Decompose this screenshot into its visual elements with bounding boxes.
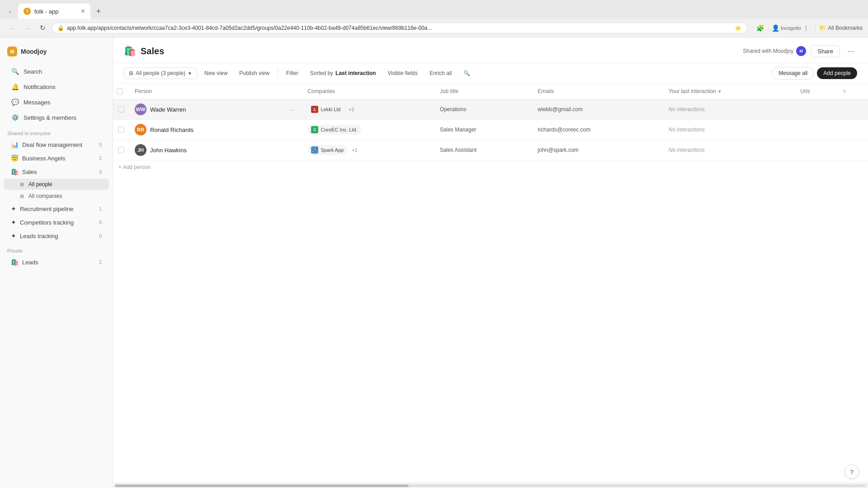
reload-button[interactable]: ↻ xyxy=(36,22,49,34)
sidebar-item-settings[interactable]: ⚙️ Settings & members xyxy=(4,110,109,125)
sales-count: 3 xyxy=(99,169,102,174)
email-cell: john@spark.com xyxy=(532,140,663,160)
add-column-header[interactable]: + xyxy=(837,84,868,99)
recruitment-count: 1 xyxy=(99,206,102,211)
sidebar-item-deal-flow[interactable]: 📊 Deal flow management 0 xyxy=(4,138,109,151)
scrollbar-track[interactable] xyxy=(115,484,866,487)
table-body: WW Wade Warren ··· L Lekki Ltd +1 Operat… xyxy=(113,99,868,174)
browser-menu-button[interactable]: ⋮ xyxy=(800,22,812,34)
page-title-area: 🛍️ Sales xyxy=(124,45,743,57)
help-button[interactable]: ? xyxy=(844,465,859,479)
sidebar-sub-all-companies[interactable]: ⊞ All companies xyxy=(4,191,109,202)
horizontal-scrollbar[interactable] xyxy=(113,483,868,488)
row-action-button[interactable]: ··· xyxy=(286,104,297,115)
extensions-button[interactable]: 🧩 xyxy=(754,22,766,34)
urls-cell xyxy=(795,120,837,140)
scrollbar-thumb[interactable] xyxy=(115,484,409,487)
publish-view-label: Publish view xyxy=(239,70,269,76)
select-all-header[interactable] xyxy=(113,84,129,99)
avatar: RR xyxy=(135,124,146,136)
tab-back-button[interactable]: ‹ xyxy=(4,5,16,18)
add-person-row[interactable]: + Add person xyxy=(113,160,868,174)
sales-icon: 🛍️ xyxy=(11,168,19,175)
sidebar-item-messages[interactable]: 💬 Messages xyxy=(4,95,109,109)
sidebar-item-recruitment[interactable]: ✦ Recruitment pipeline 1 xyxy=(4,202,109,215)
new-tab-button[interactable]: + xyxy=(92,5,105,18)
enrich-all-button[interactable]: Enrich all xyxy=(425,68,456,79)
settings-icon: ⚙️ xyxy=(11,113,19,122)
sidebar-search-label: Search xyxy=(24,68,42,75)
incognito-label: Incognito xyxy=(784,22,797,34)
company-extra: +1 xyxy=(349,107,354,112)
sidebar-notifications-label: Notifications xyxy=(24,84,56,90)
new-view-button[interactable]: New view xyxy=(200,68,232,79)
tab-close-button[interactable]: × xyxy=(81,7,85,15)
sidebar-settings-label: Settings & members xyxy=(24,114,76,121)
add-people-button[interactable]: Add people xyxy=(817,67,857,79)
app-logo: M xyxy=(7,47,17,56)
all-people-label: All people xyxy=(28,181,52,188)
page-header: 🛍️ Sales Shared with Moodjoy M Share ··· xyxy=(113,38,868,63)
sidebar-item-competitors[interactable]: ✦ Competitors tracking 0 xyxy=(4,216,109,229)
all-people-filter-button[interactable]: ⊞ All people (3 people) ▼ xyxy=(124,67,197,79)
visible-fields-button[interactable]: Visible fields xyxy=(383,68,422,79)
add-column-icon[interactable]: + xyxy=(842,87,846,95)
table-row[interactable]: JH John Hawkins ··· 🚀 Spark App +1 Sales… xyxy=(113,140,868,160)
avatar: WW xyxy=(135,103,146,115)
sidebar-item-leads-tracking[interactable]: ✦ Leads tracking 0 xyxy=(4,230,109,242)
person-cell: JH John Hawkins ··· xyxy=(129,140,302,160)
address-bar[interactable]: 🔒 app.folk.app/apps/contacts/network/cca… xyxy=(52,23,747,33)
shared-with-label: Shared with Moodjoy xyxy=(743,48,793,54)
browser-chrome: ‹ f folk - app × + ← → ↻ 🔒 app.folk.app/… xyxy=(0,0,868,38)
person-cell: RR Ronald Richards ··· xyxy=(129,120,302,140)
sidebar-sub-all-people[interactable]: ⊞ All people xyxy=(4,179,109,190)
competitors-count: 0 xyxy=(99,220,102,225)
urls-column-header: Urls xyxy=(795,84,837,99)
row-checkbox[interactable] xyxy=(118,147,124,153)
row-checkbox[interactable] xyxy=(118,106,124,113)
interaction-cell: No interactions xyxy=(663,99,795,119)
companies-cell: 🚀 Spark App +1 xyxy=(302,140,434,160)
sort-button[interactable]: Sorted by Last interaction xyxy=(306,68,381,79)
browser-tab[interactable]: f folk - app × xyxy=(18,4,90,19)
sidebar-item-leads[interactable]: 🛍️ Leads 2 xyxy=(4,256,109,268)
row-action-button[interactable]: ··· xyxy=(286,145,297,155)
sidebar-item-search[interactable]: 🔍 Search xyxy=(4,64,109,79)
sidebar-logo[interactable]: M Moodjoy xyxy=(0,43,113,64)
select-all-checkbox[interactable] xyxy=(117,88,123,94)
app-container: M Moodjoy 🔍 Search 🔔 Notifications 💬 Mes… xyxy=(0,38,868,488)
emails-column-header: Emails xyxy=(532,84,663,99)
company-badge[interactable]: 🚀 Spark App xyxy=(307,145,347,155)
sidebar-item-notifications[interactable]: 🔔 Notifications xyxy=(4,80,109,94)
deal-flow-icon: 📊 xyxy=(11,141,19,148)
add-person-button[interactable]: + Add person xyxy=(113,160,868,174)
table-header: Person Companies Job title Emails Your l… xyxy=(113,84,868,99)
row-checkbox[interactable] xyxy=(118,127,124,133)
publish-view-button[interactable]: Publish view xyxy=(235,68,274,79)
message-all-button[interactable]: Message all xyxy=(772,67,814,80)
share-button[interactable]: Share xyxy=(811,45,840,57)
all-people-filter-label: All people (3 people) xyxy=(136,70,185,76)
table-row[interactable]: RR Ronald Richards ··· C CoreEC Inc. Ltd… xyxy=(113,120,868,140)
browser-nav-bar: ← → ↻ 🔒 app.folk.app/apps/contacts/netwo… xyxy=(0,19,868,37)
company-badge[interactable]: L Lekki Ltd xyxy=(307,104,344,114)
row-action-button[interactable]: ··· xyxy=(286,124,297,135)
company-logo: L xyxy=(311,106,318,113)
sidebar-item-business-angels[interactable]: 😇 Business Angels 2 xyxy=(4,152,109,164)
last-interaction-column-header[interactable]: Your last interaction▼ xyxy=(663,84,795,99)
forward-button[interactable]: → xyxy=(21,22,33,34)
sorted-by-prefix: Sorted by xyxy=(310,70,333,76)
profile-button[interactable]: 👤 xyxy=(769,22,782,34)
company-name: Lekki Ltd xyxy=(321,107,340,112)
back-button[interactable]: ← xyxy=(5,22,18,34)
table-row[interactable]: WW Wade Warren ··· L Lekki Ltd +1 Operat… xyxy=(113,99,868,120)
visible-fields-label: Visible fields xyxy=(387,70,417,76)
more-options-button[interactable]: ··· xyxy=(844,45,857,57)
sort-desc-icon: ▼ xyxy=(717,89,722,94)
sorted-by-field: Last interaction xyxy=(335,70,376,76)
sidebar-item-sales[interactable]: 🛍️ Sales 3 xyxy=(4,165,109,178)
filter-button[interactable]: Filter xyxy=(282,68,303,79)
competitors-icon: ✦ xyxy=(11,219,16,226)
search-toolbar-button[interactable]: 🔍 xyxy=(459,68,475,79)
company-badge[interactable]: C CoreEC Inc. Ltd. xyxy=(307,125,361,135)
